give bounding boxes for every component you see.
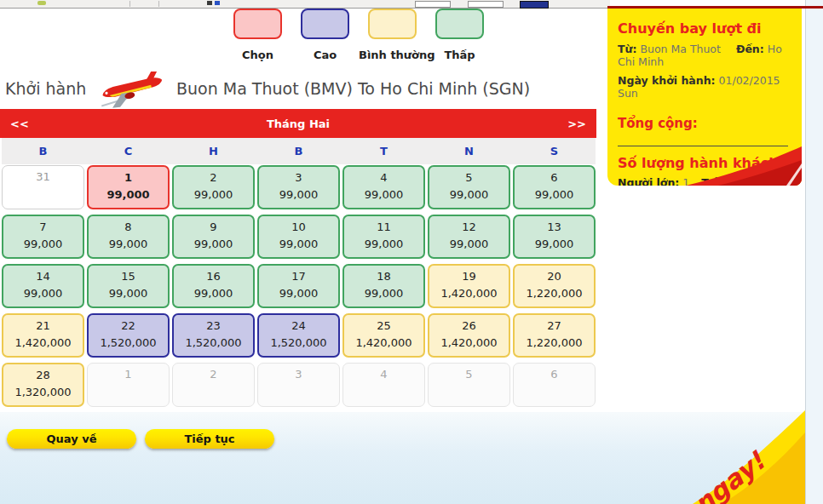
prev-month-button[interactable]: << — [10, 117, 29, 130]
day-of-week-label: C — [87, 145, 170, 158]
toolbar-separator — [158, 1, 159, 7]
fare-price: 1,520,000 — [259, 336, 338, 350]
calendar-day-cell[interactable]: 299,000 — [172, 165, 255, 209]
legend-swatch-selected — [233, 9, 282, 39]
next-month-button[interactable]: >> — [567, 117, 586, 130]
legend-swatch-low — [435, 9, 484, 39]
fare-price: 99,000 — [515, 188, 594, 202]
fare-price: 99,000 — [3, 287, 83, 301]
from-label: Từ: — [618, 43, 636, 55]
day-number: 8 — [89, 220, 168, 234]
calendar-day-cell[interactable]: 1499,000 — [2, 264, 84, 308]
fare-price: 1,220,000 — [515, 336, 594, 350]
calendar-day-cell: 1 — [87, 363, 170, 407]
day-number: 1 — [89, 171, 168, 185]
calendar-day-cell[interactable]: 281,320,000 — [2, 363, 84, 407]
calendar-day-cell[interactable]: 1199,000 — [342, 215, 425, 259]
continue-button[interactable]: Tiếp tục — [145, 429, 274, 449]
day-of-week-label: B — [257, 145, 340, 158]
browser-toolbar-remnant — [0, 0, 610, 9]
day-number: 18 — [344, 270, 423, 284]
calendar-day-cell[interactable]: 1599,000 — [87, 264, 170, 308]
calendar-day-cell[interactable]: 799,000 — [2, 215, 84, 259]
calendar-day-cell[interactable]: 211,420,000 — [2, 313, 84, 358]
calendar-day-cell[interactable]: 1699,000 — [172, 264, 255, 308]
calendar-day-cell[interactable]: 599,000 — [428, 165, 510, 209]
day-number: 5 — [429, 171, 509, 185]
calendar-day-cell[interactable]: 1899,000 — [342, 264, 425, 308]
fare-price: 99,000 — [259, 238, 338, 251]
day-number: 4 — [343, 368, 424, 381]
day-number: 23 — [174, 319, 253, 333]
day-number: 21 — [3, 319, 83, 333]
legend-swatch-normal — [368, 9, 417, 39]
day-of-week-label: S — [513, 145, 596, 158]
day-number: 12 — [429, 220, 509, 234]
fare-calendar-grid: 31199,000299,000399,000499,000599,000699… — [2, 165, 596, 407]
calendar-day-cell[interactable]: 1399,000 — [513, 215, 596, 259]
day-number: 2 — [173, 368, 254, 381]
toolbar-icon-fragment — [37, 1, 46, 5]
calendar-day-cell[interactable]: 221,520,000 — [87, 313, 170, 358]
month-title: Tháng Hai — [267, 117, 330, 130]
calendar-day-cell[interactable]: 251,420,000 — [342, 313, 425, 358]
fare-price: 99,000 — [429, 188, 509, 202]
day-number: 25 — [344, 319, 423, 333]
fare-price: 99,000 — [429, 238, 509, 251]
day-of-week-label: B — [2, 145, 84, 158]
day-number: 14 — [3, 270, 83, 284]
fare-price: 1,420,000 — [429, 287, 509, 301]
calendar-day-cell: 4 — [342, 363, 425, 407]
legend-item-high: Cao — [291, 9, 359, 61]
legend-label: Thấp — [426, 49, 493, 61]
calendar-day-cell[interactable]: 1799,000 — [257, 264, 340, 308]
booking-summary-panel: Chuyến bay lượt đi Từ: Buon Ma Thuot Đến… — [607, 9, 802, 186]
legend-swatch-high — [301, 9, 349, 39]
calendar-day-cell[interactable]: 1299,000 — [428, 215, 510, 259]
calendar-day-cell[interactable]: 399,000 — [257, 165, 340, 209]
toolbar-field-fragment — [468, 1, 504, 8]
calendar-day-cell[interactable]: 699,000 — [513, 165, 596, 209]
day-number: 27 — [515, 319, 594, 333]
calendar-day-cell[interactable]: 271,220,000 — [513, 313, 596, 358]
calendar-day-cell: 6 — [513, 363, 596, 407]
vietjet-plane-icon — [94, 72, 170, 112]
fare-price: 99,000 — [174, 188, 253, 202]
calendar-day-cell[interactable]: 191,420,000 — [428, 264, 510, 308]
day-number: 24 — [259, 319, 338, 333]
route-summary-row: Từ: Buon Ma Thuot Đến: Ho Chi Minh — [618, 43, 793, 68]
outbound-flight-title: Chuyến bay lượt đi — [618, 20, 793, 37]
calendar-day-cell[interactable]: 261,420,000 — [428, 313, 510, 358]
fare-price: 1,420,000 — [344, 336, 423, 350]
promo-swoosh: ngay! — [660, 409, 805, 504]
toolbar-icon-fragment — [520, 1, 549, 9]
calendar-day-cell[interactable]: 231,520,000 — [172, 313, 255, 358]
day-number: 6 — [514, 368, 595, 381]
calendar-month-bar: << Tháng Hai >> — [0, 109, 596, 138]
day-of-week-label: H — [172, 145, 255, 158]
fare-price: 1,220,000 — [515, 287, 594, 301]
legend-label: Chọn — [224, 49, 291, 61]
fare-price: 99,000 — [344, 238, 423, 251]
day-of-week-header: BCHBTNS — [2, 138, 596, 164]
calendar-day-cell[interactable]: 899,000 — [87, 215, 170, 259]
back-button[interactable]: Quay về — [7, 429, 136, 449]
route-title: Buon Ma Thuot (BMV) To Ho Chi Minh (SGN) — [176, 79, 530, 98]
fare-price: 1,520,000 — [174, 336, 253, 350]
calendar-day-cell[interactable]: 241,520,000 — [257, 313, 340, 358]
fare-price: 1,420,000 — [3, 336, 83, 350]
day-number: 22 — [89, 319, 168, 333]
legend-item-selected: Chọn — [224, 9, 291, 61]
calendar-day-cell[interactable]: 1099,000 — [257, 215, 340, 259]
day-number: 7 — [3, 220, 83, 234]
calendar-day-cell[interactable]: 201,220,000 — [513, 264, 596, 308]
day-number: 13 — [515, 220, 594, 234]
day-number: 16 — [174, 270, 253, 284]
day-number: 28 — [3, 369, 83, 382]
calendar-day-cell[interactable]: 999,000 — [172, 215, 255, 259]
fare-price: 99,000 — [344, 287, 423, 301]
calendar-day-cell[interactable]: 199,000 — [87, 165, 170, 209]
calendar-day-cell[interactable]: 499,000 — [342, 165, 425, 209]
legend-item-normal: Bình thường — [359, 9, 426, 61]
fare-price: 99,000 — [3, 238, 83, 251]
